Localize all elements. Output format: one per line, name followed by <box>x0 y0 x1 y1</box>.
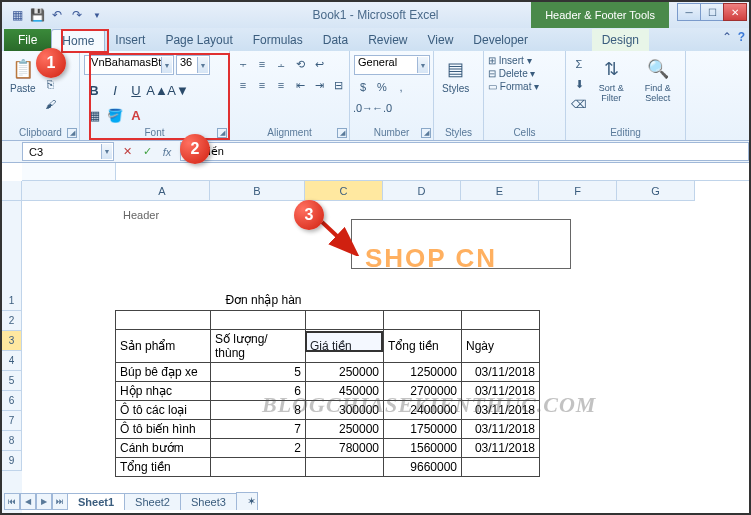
row-header[interactable]: 4 <box>2 351 22 371</box>
tab-insert[interactable]: Insert <box>105 29 155 51</box>
save-icon[interactable]: 💾 <box>28 6 46 24</box>
italic-button[interactable]: I <box>105 80 125 100</box>
minimize-ribbon-icon[interactable]: ⌃ <box>722 30 732 44</box>
styles-button[interactable]: ▤ Styles <box>438 55 473 96</box>
fill-color-button[interactable]: 🪣 <box>105 105 125 125</box>
row-header[interactable]: 6 <box>2 391 22 411</box>
col-header[interactable]: C <box>305 181 383 201</box>
sheet-canvas[interactable]: Header SHOP CN Đơn nhập hàn Sản phẩmSố l… <box>22 201 749 515</box>
prev-sheet-icon[interactable]: ◀ <box>20 493 36 510</box>
delete-cells-button[interactable]: ⊟ Delete ▾ <box>488 68 535 79</box>
tab-data[interactable]: Data <box>313 29 358 51</box>
shrink-font-button[interactable]: A▼ <box>168 80 188 100</box>
row-header[interactable]: 3 <box>2 331 22 351</box>
number-format-combo[interactable]: General ▼ <box>354 55 430 75</box>
row-header[interactable]: 8 <box>2 431 22 451</box>
format-cells-button[interactable]: ▭ Format ▾ <box>488 81 539 92</box>
qat-dropdown-icon[interactable]: ▼ <box>88 6 106 24</box>
undo-icon[interactable]: ↶ <box>48 6 66 24</box>
name-box[interactable]: C3 ▼ <box>22 142 114 161</box>
minimize-button[interactable]: ─ <box>677 3 701 21</box>
tab-developer[interactable]: Developer <box>463 29 538 51</box>
tab-view[interactable]: View <box>418 29 464 51</box>
context-tab-header-footer: Header & Footer Tools <box>531 2 669 28</box>
fill-icon[interactable]: ⬇ <box>570 75 588 93</box>
font-name-combo[interactable]: .VnBahamasBt ▼ <box>84 55 174 75</box>
currency-icon[interactable]: $ <box>354 78 372 96</box>
find-select-button[interactable]: 🔍 Find & Select <box>634 55 681 105</box>
alignment-launcher-icon[interactable]: ◢ <box>337 128 347 138</box>
row-header[interactable]: 1 <box>2 291 22 311</box>
align-center-icon[interactable]: ≡ <box>253 76 271 94</box>
cancel-fx-icon[interactable]: ✕ <box>118 143 136 161</box>
underline-button[interactable]: U <box>126 80 146 100</box>
row-header[interactable]: 9 <box>2 451 22 471</box>
row-header[interactable]: 7 <box>2 411 22 431</box>
table-row: Ô tô biến hình7250000175000003/11/2018 <box>116 419 540 438</box>
col-header[interactable]: G <box>617 181 695 201</box>
increase-indent-icon[interactable]: ⇥ <box>310 76 328 94</box>
col-header[interactable]: D <box>383 181 461 201</box>
maximize-button[interactable]: ☐ <box>700 3 724 21</box>
increase-decimal-icon[interactable]: .0→ <box>354 99 372 117</box>
col-header[interactable]: B <box>210 181 305 201</box>
paste-button[interactable]: 📋 Paste <box>6 55 40 96</box>
tab-formulas[interactable]: Formulas <box>243 29 313 51</box>
row-header[interactable]: 5 <box>2 371 22 391</box>
enter-fx-icon[interactable]: ✓ <box>138 143 156 161</box>
help-icon[interactable]: ? <box>738 30 745 44</box>
sort-filter-button[interactable]: ⇅ Sort & Filter <box>590 55 632 105</box>
format-painter-icon[interactable]: 🖌 <box>42 95 60 113</box>
select-all-corner[interactable] <box>2 181 22 201</box>
close-button[interactable]: ✕ <box>723 3 747 21</box>
border-button[interactable]: ▦ <box>84 105 104 125</box>
merge-center-icon[interactable]: ⊟ <box>329 76 347 94</box>
col-header[interactable]: E <box>461 181 539 201</box>
sheet-tab[interactable]: Sheet2 <box>124 493 181 510</box>
grow-font-button[interactable]: A▲ <box>147 80 167 100</box>
group-number: General ▼ $ % , .0→ ←.0 Number ◢ <box>350 51 434 140</box>
row-header[interactable]: 2 <box>2 311 22 331</box>
sheet-tab-bar: ⏮ ◀ ▶ ⏭ Sheet1 Sheet2 Sheet3 ✶ <box>4 491 258 511</box>
insert-cells-button[interactable]: ⊞ Insert ▾ <box>488 55 532 66</box>
clipboard-launcher-icon[interactable]: ◢ <box>67 128 77 138</box>
decrease-decimal-icon[interactable]: ←.0 <box>373 99 391 117</box>
sheet-tab[interactable]: Sheet3 <box>180 493 237 510</box>
tab-home[interactable]: Home <box>51 29 105 51</box>
last-sheet-icon[interactable]: ⏭ <box>52 493 68 510</box>
fx-icon[interactable]: fx <box>158 143 176 161</box>
data-table: Đơn nhập hàn Sản phẩmSố lượng/ thùngGiá … <box>115 291 540 477</box>
redo-icon[interactable]: ↷ <box>68 6 86 24</box>
bold-button[interactable]: B <box>84 80 104 100</box>
comma-icon[interactable]: , <box>392 78 410 96</box>
worksheet-area: 1 2 3 4 5 6 7 8 9 Header SHOP CN Đơn nhậ… <box>2 201 749 515</box>
number-launcher-icon[interactable]: ◢ <box>421 128 431 138</box>
wrap-text-icon[interactable]: ↩ <box>310 55 328 73</box>
col-header[interactable]: F <box>539 181 617 201</box>
sheet-tab[interactable]: Sheet1 <box>67 493 125 510</box>
next-sheet-icon[interactable]: ▶ <box>36 493 52 510</box>
align-top-icon[interactable]: ⫟ <box>234 55 252 73</box>
new-sheet-button[interactable]: ✶ <box>236 492 258 510</box>
align-left-icon[interactable]: ≡ <box>234 76 252 94</box>
table-row: Cánh bướm2780000156000003/11/2018 <box>116 438 540 457</box>
clear-icon[interactable]: ⌫ <box>570 95 588 113</box>
align-right-icon[interactable]: ≡ <box>272 76 290 94</box>
align-middle-icon[interactable]: ≡ <box>253 55 271 73</box>
tab-design[interactable]: Design <box>592 29 649 51</box>
tab-page-layout[interactable]: Page Layout <box>155 29 242 51</box>
formula-bar[interactable]: Giá tiền <box>180 142 749 161</box>
orientation-icon[interactable]: ⟲ <box>291 55 309 73</box>
font-launcher-icon[interactable]: ◢ <box>217 128 227 138</box>
autosum-icon[interactable]: Σ <box>570 55 588 73</box>
percent-icon[interactable]: % <box>373 78 391 96</box>
font-color-button[interactable]: A <box>126 105 146 125</box>
decrease-indent-icon[interactable]: ⇤ <box>291 76 309 94</box>
col-header[interactable]: A <box>115 181 210 201</box>
font-size-combo[interactable]: 36 ▼ <box>176 55 210 75</box>
align-bottom-icon[interactable]: ⫠ <box>272 55 290 73</box>
first-sheet-icon[interactable]: ⏮ <box>4 493 20 510</box>
tab-review[interactable]: Review <box>358 29 417 51</box>
horizontal-ruler <box>22 163 749 181</box>
file-tab[interactable]: File <box>4 29 51 51</box>
